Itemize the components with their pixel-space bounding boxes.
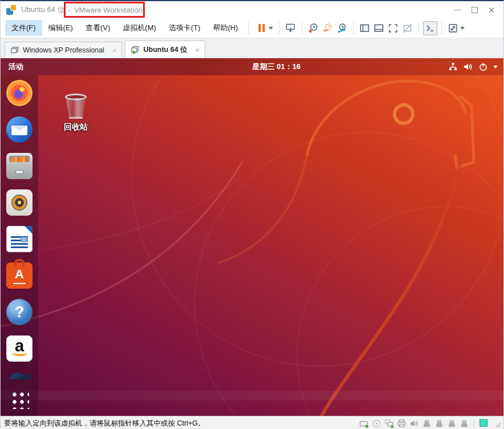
dock-libreoffice-writer-icon[interactable] <box>6 226 32 252</box>
usb-2-icon[interactable] <box>434 419 444 428</box>
dock-files-icon[interactable] <box>6 153 32 179</box>
tab-close-icon[interactable]: × <box>112 47 117 54</box>
console-view-icon <box>425 23 436 34</box>
manage-snapshots-icon <box>336 23 347 34</box>
console-view-button[interactable] <box>423 21 437 35</box>
clock[interactable]: 星期三 01：16 <box>253 62 301 72</box>
device-status-icons <box>359 418 501 428</box>
close-icon: ✕ <box>488 6 495 14</box>
full-screen-icon <box>388 23 399 34</box>
unity-mode-icon <box>402 23 413 34</box>
activities-button[interactable]: 活动 <box>1 58 31 75</box>
toolbar <box>255 21 466 35</box>
network-adapter-icon[interactable] <box>384 419 394 428</box>
maximize-button[interactable] <box>466 2 483 17</box>
system-menu-caret-icon <box>493 66 498 68</box>
status-bar: 要将输入定向到该虚拟机，请将鼠标指针移入其中或按 Ctrl+G。 <box>1 416 503 429</box>
take-snapshot-button[interactable] <box>306 21 320 35</box>
minimize-icon <box>454 10 461 10</box>
menu-vm[interactable]: 虚拟机(M) <box>116 20 162 36</box>
menu-view[interactable]: 查看(V) <box>79 20 116 36</box>
vm-name: Ubuntu 64 位 <box>21 5 65 15</box>
take-snapshot-icon <box>308 23 319 34</box>
network-icon <box>448 62 458 71</box>
show-thumbnail-bar-icon <box>373 23 384 34</box>
status-message: 要将输入定向到该虚拟机，请将鼠标指针移入其中或按 Ctrl+G。 <box>4 419 205 428</box>
tab-bar: Windows XP Professional × Ubuntu 64 位 × <box>1 38 503 58</box>
manage-snapshots-button[interactable] <box>335 21 349 35</box>
vm-screen[interactable]: 活动 星期三 01：16 <box>1 58 503 416</box>
wallpaper-light-band <box>1 391 503 400</box>
dock-ubuntu-software-icon[interactable]: A <box>6 262 32 289</box>
cd-rom-icon[interactable] <box>372 419 381 428</box>
dock-firefox-icon[interactable] <box>6 80 32 106</box>
vm-running-icon <box>131 45 140 54</box>
minimize-button[interactable] <box>449 2 466 17</box>
fit-guest-caret-icon[interactable] <box>460 27 465 30</box>
ctrl-alt-del-button[interactable] <box>283 21 298 35</box>
dock: A ? a <box>1 75 38 416</box>
menu-toolbar: 文件(F) 编辑(E) 查看(V) 虚拟机(M) 选项卡(T) 帮助(H) <box>1 18 503 38</box>
statusbar-separator <box>474 419 474 428</box>
pause-button[interactable] <box>255 21 275 35</box>
fit-guest-icon <box>448 23 458 34</box>
full-screen-button[interactable] <box>386 21 400 35</box>
message-log-icon[interactable] <box>479 418 489 428</box>
power-icon <box>478 62 488 71</box>
system-status-area[interactable] <box>446 58 500 75</box>
dock-help-icon[interactable]: ? <box>6 299 32 325</box>
toolbar-separator <box>248 22 249 34</box>
pause-icon <box>257 23 267 33</box>
revert-snapshot-button[interactable] <box>320 21 335 35</box>
printer-icon[interactable] <box>397 419 407 428</box>
show-applications-icon[interactable] <box>10 390 29 409</box>
close-button[interactable]: ✕ <box>483 2 500 17</box>
usb-4-icon[interactable] <box>460 419 469 428</box>
unity-mode-button[interactable] <box>400 21 414 35</box>
gnome-top-bar: 活动 星期三 01：16 <box>1 58 503 75</box>
show-library-button[interactable] <box>357 21 372 35</box>
window-title: Ubuntu 64 位 - VMware Workstation <box>21 5 143 15</box>
tab-label: Ubuntu 64 位 <box>143 45 187 55</box>
trash-desktop-icon[interactable]: 回收站 <box>56 92 95 132</box>
window-controls: ✕ <box>449 2 500 17</box>
vm-icon <box>10 46 19 55</box>
usb-3-icon[interactable] <box>447 419 457 428</box>
menu-file[interactable]: 文件(F) <box>5 20 42 36</box>
app-name: VMware Workstation <box>74 6 143 14</box>
menu-help[interactable]: 帮助(H) <box>206 20 244 36</box>
vmware-logo-icon <box>6 5 17 15</box>
tab-label: Windows XP Professional <box>23 46 104 54</box>
dock-thunderbird-icon[interactable] <box>6 116 32 143</box>
tab-close-icon[interactable]: × <box>196 46 200 54</box>
revert-snapshot-icon <box>322 23 333 34</box>
tab-windows-xp[interactable]: Windows XP Professional × <box>5 42 122 58</box>
ctrl-alt-del-icon <box>285 23 296 34</box>
title-separator: - <box>68 6 71 14</box>
menu-edit[interactable]: 编辑(E) <box>42 20 79 36</box>
show-library-icon <box>359 23 370 34</box>
hard-disk-icon[interactable] <box>359 419 369 428</box>
volume-icon <box>463 62 473 71</box>
tab-ubuntu[interactable]: Ubuntu 64 位 × <box>125 41 205 58</box>
sound-icon[interactable] <box>409 419 419 428</box>
resize-grip-icon[interactable] <box>492 419 501 428</box>
trash-label: 回收站 <box>56 122 95 132</box>
titlebar: Ubuntu 64 位 - VMware Workstation ✕ <box>1 1 503 18</box>
show-thumbnail-bar-button[interactable] <box>372 21 386 35</box>
fit-guest-button[interactable] <box>446 21 466 35</box>
dock-rhythmbox-icon[interactable] <box>6 189 32 216</box>
maximize-icon <box>472 7 478 13</box>
pause-caret-icon[interactable] <box>269 27 273 30</box>
vmware-window: Ubuntu 64 位 - VMware Workstation ✕ 文件(F)… <box>0 0 504 429</box>
usb-1-icon[interactable] <box>422 419 432 428</box>
dock-amazon-icon[interactable]: a <box>6 335 32 362</box>
menu-tabs[interactable]: 选项卡(T) <box>162 20 207 36</box>
trash-bucket-icon <box>63 92 89 120</box>
dock-partial-app-icon[interactable] <box>8 372 31 379</box>
